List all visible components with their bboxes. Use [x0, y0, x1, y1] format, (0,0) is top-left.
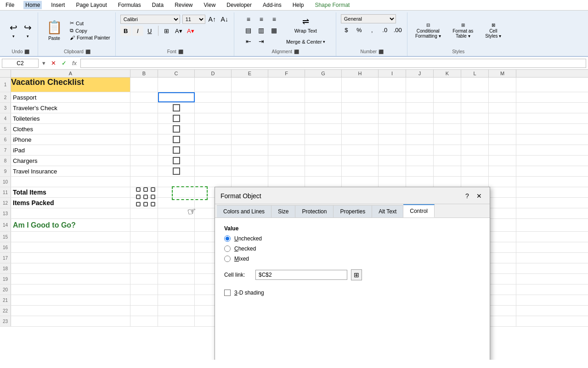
cell-j5[interactable] — [406, 124, 434, 134]
cell-i1[interactable] — [379, 78, 406, 92]
cell-l10[interactable] — [461, 177, 489, 187]
align-top-center-btn[interactable]: ≡ — [255, 14, 267, 24]
cell-j9[interactable] — [406, 166, 434, 176]
cell-j4[interactable] — [406, 113, 434, 123]
menu-help[interactable]: Help — [291, 1, 306, 9]
cell-b2[interactable] — [130, 92, 158, 102]
dialog-help-button[interactable]: ? — [462, 191, 472, 201]
align-top-right-btn[interactable]: ≡ — [268, 14, 280, 24]
cell-j1[interactable] — [406, 78, 434, 92]
cell-i2[interactable] — [379, 92, 406, 102]
cell-g10[interactable] — [305, 177, 342, 187]
cell-j3[interactable] — [406, 103, 434, 113]
align-top-left-btn[interactable]: ≡ — [243, 14, 254, 24]
cell-c5[interactable] — [158, 124, 195, 134]
cell-b8[interactable] — [130, 156, 158, 166]
cell-g5[interactable] — [305, 124, 342, 134]
tab-alt-text[interactable]: Alt Text — [372, 205, 403, 217]
cell-d2[interactable] — [195, 92, 232, 102]
comma-button[interactable]: , — [367, 25, 378, 35]
cell-g3[interactable] — [305, 103, 342, 113]
col-header-j[interactable]: J — [406, 70, 434, 77]
cell-h7[interactable] — [342, 145, 379, 155]
cell-f6[interactable] — [268, 134, 305, 145]
cell-i3[interactable] — [379, 103, 406, 113]
cell-d10[interactable] — [195, 177, 232, 187]
number-format-select[interactable]: General — [341, 14, 396, 23]
tab-size[interactable]: Size — [271, 205, 295, 217]
redo-button[interactable]: ↪ ▾ — [22, 21, 34, 40]
cell-k5[interactable] — [434, 124, 461, 134]
cell-h10[interactable] — [342, 177, 379, 187]
col-header-i[interactable]: I — [379, 70, 406, 77]
cell-e3[interactable] — [232, 103, 268, 113]
format-painter-button[interactable]: 🖌 Format Painter — [68, 34, 112, 41]
cell-h5[interactable] — [342, 124, 379, 134]
cell-c1[interactable] — [158, 78, 195, 92]
tab-colors-lines[interactable]: Colors and Lines — [217, 205, 271, 217]
col-header-g[interactable]: G — [305, 70, 342, 77]
cell-c12[interactable] — [158, 198, 195, 208]
number-expand-icon[interactable]: ⬛ — [379, 50, 384, 54]
border-button[interactable]: ⊞ — [161, 26, 172, 36]
cell-a3[interactable]: Traveler's Check — [11, 103, 130, 113]
cell-i5[interactable] — [379, 124, 406, 134]
cell-l8[interactable] — [461, 156, 489, 166]
cell-g4[interactable] — [305, 113, 342, 123]
cell-l6[interactable] — [461, 134, 489, 145]
cell-h3[interactable] — [342, 103, 379, 113]
merge-center-button[interactable]: Merge & Center ▾ — [283, 37, 328, 46]
decrease-font-btn[interactable]: A↓ — [219, 14, 230, 24]
align-center-btn[interactable]: ▥ — [255, 25, 267, 35]
cell-a9[interactable]: Travel Insurance — [11, 166, 130, 176]
cell-c8[interactable] — [158, 156, 195, 166]
cell-c6[interactable] — [158, 134, 195, 145]
cut-button[interactable]: ✂ Cut — [68, 20, 112, 27]
cancel-formula-icon[interactable]: ✕ — [49, 59, 58, 67]
cell-c2[interactable] — [158, 92, 195, 102]
cell-m6[interactable] — [489, 134, 516, 145]
dialog-close-button[interactable]: ✕ — [474, 191, 484, 201]
cell-j7[interactable] — [406, 145, 434, 155]
cell-a5[interactable]: Clothes — [11, 124, 130, 134]
cell-m9[interactable] — [489, 166, 516, 176]
underline-button[interactable]: U — [144, 26, 155, 36]
bold-button[interactable]: B — [120, 26, 131, 36]
cell-b10[interactable] — [130, 177, 158, 187]
cell-c13[interactable] — [158, 208, 195, 218]
col-header-l[interactable]: L — [461, 70, 489, 77]
shading-3d-checkbox[interactable] — [224, 290, 231, 296]
cell-b9[interactable] — [130, 166, 158, 176]
paste-button[interactable]: 📋 Paste — [43, 18, 66, 42]
font-color-button[interactable]: A▾ — [185, 26, 196, 36]
cell-b6[interactable] — [130, 134, 158, 145]
cell-g6[interactable] — [305, 134, 342, 145]
cell-a8[interactable]: Chargers — [11, 156, 130, 166]
increase-decimal-btn[interactable]: .00 — [392, 25, 403, 35]
cell-c10[interactable] — [158, 177, 195, 187]
cell-j6[interactable] — [406, 134, 434, 145]
col-header-d[interactable]: D — [195, 70, 232, 77]
font-name-select[interactable]: Calibri — [120, 15, 180, 24]
decrease-indent-btn[interactable]: ⇤ — [243, 36, 254, 46]
menu-insert[interactable]: Insert — [49, 1, 67, 9]
cell-styles-button[interactable]: ⊠ Cell Styles ▾ — [482, 21, 505, 40]
cell-m2[interactable] — [489, 92, 516, 102]
wrap-text-button[interactable]: ⇌ Wrap Text — [291, 15, 321, 35]
cell-f2[interactable] — [268, 92, 305, 102]
cell-c9[interactable] — [158, 166, 195, 176]
cell-b1[interactable] — [130, 78, 158, 92]
cell-reference-box[interactable] — [2, 59, 39, 68]
cell-a6[interactable]: iPhone — [11, 134, 130, 145]
cell-i8[interactable] — [379, 156, 406, 166]
italic-button[interactable]: I — [132, 26, 143, 36]
checkbox-c7[interactable] — [173, 146, 180, 154]
cell-b4[interactable] — [130, 113, 158, 123]
cell-d8[interactable] — [195, 156, 232, 166]
cell-i4[interactable] — [379, 113, 406, 123]
menu-page-layout[interactable]: Page Layout — [74, 1, 108, 9]
menu-developer[interactable]: Developer — [225, 1, 254, 9]
cell-link-picker-button[interactable]: ⊞ — [351, 269, 362, 280]
cell-a4[interactable]: Toileteries — [11, 113, 130, 123]
cell-k1[interactable] — [434, 78, 461, 92]
